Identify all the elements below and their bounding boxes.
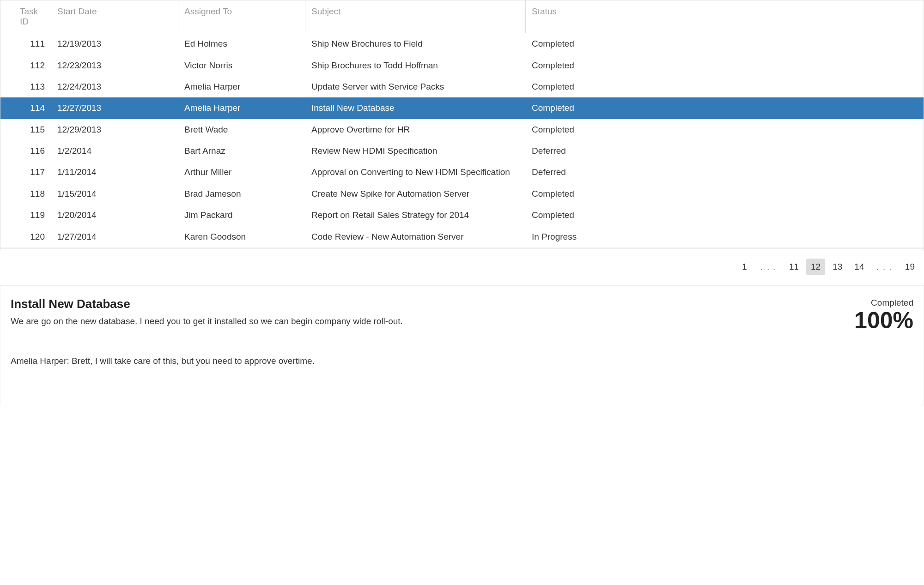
cell-start-date: 12/23/2013 — [51, 54, 178, 76]
table-row[interactable]: 1191/20/2014Jim PackardReport on Retail … — [0, 205, 924, 226]
cell-start-date: 1/15/2014 — [51, 183, 178, 205]
table-row[interactable]: 11312/24/2013Amelia HarperUpdate Server … — [0, 76, 924, 97]
cell-status: Deferred — [526, 162, 631, 183]
detail-notes: Amelia Harper: Brett, I will take care o… — [11, 355, 403, 368]
cell-subject: Approval on Converting to New HDMI Speci… — [305, 162, 526, 183]
pager-ellipsis: . . . — [871, 259, 897, 275]
cell-status: Completed — [526, 183, 631, 205]
column-header-start-date[interactable]: Start Date — [51, 0, 178, 33]
cell-subject: Install New Database — [305, 97, 526, 119]
cell-start-date: 1/27/2014 — [51, 226, 178, 247]
detail-status: Completed — [854, 298, 913, 308]
cell-assigned-to: Ed Holmes — [178, 33, 305, 54]
cell-start-date: 1/11/2014 — [51, 162, 178, 183]
column-header-status[interactable]: Status — [526, 0, 631, 33]
pager-page[interactable]: 11 — [784, 259, 803, 275]
cell-subject: Code Review - New Automation Server — [305, 226, 526, 247]
cell-assigned-to: Amelia Harper — [178, 97, 305, 119]
cell-subject: Create New Spike for Automation Server — [305, 183, 526, 205]
table-row[interactable]: 1161/2/2014Bart ArnazReview New HDMI Spe… — [0, 140, 924, 162]
cell-subject: Review New HDMI Specification — [305, 140, 526, 162]
table-row[interactable]: 11112/19/2013Ed HolmesShip New Brochures… — [0, 33, 924, 54]
detail-description: We are go on the new database. I need yo… — [11, 315, 403, 328]
cell-assigned-to: Brett Wade — [178, 119, 305, 140]
cell-start-date: 1/20/2014 — [51, 205, 178, 226]
cell-task-id: 111 — [0, 33, 51, 54]
cell-task-id: 112 — [0, 54, 51, 76]
cell-assigned-to: Arthur Miller — [178, 162, 305, 183]
cell-start-date: 12/19/2013 — [51, 33, 178, 54]
pager-ellipsis: . . . — [755, 259, 781, 275]
cell-status: Completed — [526, 119, 631, 140]
pager-page[interactable]: 14 — [850, 259, 869, 275]
cell-start-date: 1/2/2014 — [51, 140, 178, 162]
table-row[interactable]: 1201/27/2014Karen GoodsonCode Review - N… — [0, 226, 924, 247]
cell-assigned-to: Amelia Harper — [178, 76, 305, 97]
grid-header: Task ID Start Date Assigned To Subject S… — [0, 0, 924, 33]
grid-body: 11112/19/2013Ed HolmesShip New Brochures… — [0, 33, 924, 247]
pager-page[interactable]: 19 — [900, 259, 919, 275]
cell-status: Deferred — [526, 140, 631, 162]
cell-task-id: 118 — [0, 183, 51, 205]
cell-task-id: 119 — [0, 205, 51, 226]
cell-status: Completed — [526, 97, 631, 119]
column-header-task-id[interactable]: Task ID — [0, 0, 51, 33]
table-row[interactable]: 11212/23/2013Victor NorrisShip Brochures… — [0, 54, 924, 76]
cell-task-id: 113 — [0, 76, 51, 97]
cell-task-id: 114 — [0, 97, 51, 119]
cell-subject: Ship New Brochures to Field — [305, 33, 526, 54]
table-row[interactable]: 11512/29/2013Brett WadeApprove Overtime … — [0, 119, 924, 140]
grid-footer-bar — [0, 247, 924, 251]
cell-status: Completed — [526, 205, 631, 226]
detail-right: Completed 100% — [854, 297, 913, 333]
cell-assigned-to: Jim Packard — [178, 205, 305, 226]
cell-task-id: 116 — [0, 140, 51, 162]
task-detail-panel: Install New Database We are go on the ne… — [0, 285, 924, 406]
cell-assigned-to: Brad Jameson — [178, 183, 305, 205]
task-grid: Task ID Start Date Assigned To Subject S… — [0, 0, 924, 247]
pager-page[interactable]: 13 — [828, 259, 847, 275]
cell-status: In Progress — [526, 226, 631, 247]
table-row[interactable]: 1181/15/2014Brad JamesonCreate New Spike… — [0, 183, 924, 205]
cell-task-id: 117 — [0, 162, 51, 183]
detail-title: Install New Database — [11, 297, 403, 311]
table-row[interactable]: 1171/11/2014Arthur MillerApproval on Con… — [0, 162, 924, 183]
cell-subject: Report on Retail Sales Strategy for 2014 — [305, 205, 526, 226]
column-header-subject[interactable]: Subject — [305, 0, 526, 33]
cell-assigned-to: Victor Norris — [178, 54, 305, 76]
detail-left: Install New Database We are go on the ne… — [11, 297, 403, 368]
cell-subject: Ship Brochures to Todd Hoffman — [305, 54, 526, 76]
detail-progress: 100% — [854, 308, 913, 333]
cell-assigned-to: Karen Goodson — [178, 226, 305, 247]
cell-status: Completed — [526, 33, 631, 54]
cell-task-id: 120 — [0, 226, 51, 247]
cell-subject: Update Server with Service Packs — [305, 76, 526, 97]
pager-page[interactable]: 1 — [736, 259, 753, 275]
column-header-assigned-to[interactable]: Assigned To — [178, 0, 305, 33]
cell-task-id: 115 — [0, 119, 51, 140]
cell-status: Completed — [526, 54, 631, 76]
cell-status: Completed — [526, 76, 631, 97]
cell-start-date: 12/27/2013 — [51, 97, 178, 119]
table-row[interactable]: 11412/27/2013Amelia HarperInstall New Da… — [0, 97, 924, 119]
pager: 1. . .11121314. . .19 — [0, 251, 924, 283]
cell-start-date: 12/24/2013 — [51, 76, 178, 97]
pager-page[interactable]: 12 — [806, 259, 825, 275]
cell-assigned-to: Bart Arnaz — [178, 140, 305, 162]
cell-subject: Approve Overtime for HR — [305, 119, 526, 140]
cell-start-date: 12/29/2013 — [51, 119, 178, 140]
